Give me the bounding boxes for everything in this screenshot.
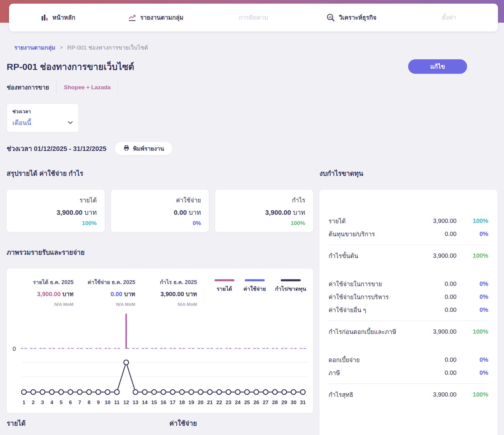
- legend-item[interactable]: ค่าใช้จ่าย: [244, 279, 266, 293]
- chart-stat-value: 0.00 บาท: [78, 289, 135, 299]
- nav-item-group-reports[interactable]: รายงานตามกลุ่ม: [107, 4, 205, 31]
- svg-text:21: 21: [207, 400, 213, 405]
- chevron-down-icon: [68, 120, 73, 126]
- svg-text:29: 29: [281, 400, 287, 405]
- nav-item-label: ตั้งค่า: [442, 13, 456, 22]
- time-range-dropdown-label: ช่วงเวลา: [12, 108, 73, 115]
- chart-stats: รายได้ ธ.ค. 20253,900.00 บาทN/A MoMค่าใช…: [16, 278, 201, 307]
- time-range-dropdown-value: เดือนนี้: [12, 118, 31, 128]
- nav-item-home[interactable]: หน้าหลัก: [9, 4, 107, 31]
- pnl-row: กำไรก่อนดอกเบี้ยและภาษี3,900.00100%: [329, 325, 488, 338]
- pnl-divider: [329, 384, 488, 384]
- pnl-row-percent: 0%: [457, 306, 488, 313]
- edit-button[interactable]: แก้ไข: [408, 59, 467, 74]
- svg-text:1: 1: [22, 400, 25, 405]
- svg-text:23: 23: [226, 400, 231, 405]
- magnifier-chart-icon: [326, 13, 335, 22]
- svg-text:9: 9: [97, 400, 100, 405]
- pnl-row-label: ภาษี: [329, 368, 411, 378]
- svg-text:7: 7: [78, 400, 81, 405]
- svg-text:10: 10: [105, 400, 110, 405]
- pnl-row-value: 0.00: [411, 280, 457, 287]
- pnl-row: ภาษี0.000%: [329, 366, 488, 379]
- pnl-row-percent: 100%: [457, 218, 488, 224]
- legend-item-label: ค่าใช้จ่าย: [244, 284, 266, 293]
- chart-stat-unit: บาท: [124, 291, 135, 297]
- pnl-row-value: 0.00: [411, 293, 457, 300]
- chart-stat-label: ค่าใช้จ่าย ธ.ค. 2025: [78, 278, 135, 286]
- print-report-button[interactable]: พิมพ์รายงาน: [114, 142, 173, 155]
- svg-text:0: 0: [12, 345, 16, 352]
- bottom-section-headings: รายได้ ค่าใช้จ่าย: [7, 418, 313, 429]
- chart-stat-mom: N/A MoM: [78, 302, 135, 307]
- vertical-divider: [56, 81, 57, 94]
- pnl-row-value: 0.00: [411, 356, 457, 363]
- revenue-section-heading: รายได้: [7, 418, 169, 429]
- summary-card-value: 3,900.00 บาท: [57, 207, 97, 218]
- revenue-expense-chart: 0123456789101112131415161718192021222324…: [10, 309, 309, 410]
- chart-stat-unit: บาท: [186, 291, 197, 297]
- svg-text:28: 28: [272, 400, 278, 405]
- summary-card-percent: 100%: [290, 220, 305, 227]
- summary-card-percent: 0%: [193, 220, 201, 227]
- pnl-row-label: ค่าใช้จ่ายในการบริหาร: [329, 292, 411, 302]
- nav-item-label: รายงานตามกลุ่ม: [140, 13, 183, 22]
- pnl-row: ค่าใช้จ่ายในการบริหาร0.000%: [329, 290, 488, 303]
- chart-stat-number: 3,900.00: [37, 291, 61, 297]
- pnl-row: กำไรสุทธิ3,900.00100%: [329, 388, 488, 401]
- pnl-row: ค่าใช้จ่ายในการขาย0.000%: [329, 277, 488, 290]
- pnl-row-percent: 0%: [457, 356, 488, 363]
- nav-item-label: หน้าหลัก: [52, 13, 75, 22]
- summary-heading: สรุปรายได้ ค่าใช้จ่าย กำไร: [7, 168, 313, 179]
- chart-stat-value: 3,900.00 บาท: [16, 289, 74, 299]
- breadcrumb-separator: >: [60, 44, 63, 51]
- pnl-row-percent: 100%: [457, 328, 488, 335]
- svg-text:13: 13: [133, 400, 138, 405]
- period-range-text: ช่วงเวลา 01/12/2025 - 31/12/2025: [7, 143, 106, 154]
- summary-card-value: 3,900.00 บาท: [265, 207, 305, 218]
- pnl-row-label: กำไรขั้นต้น: [329, 251, 411, 261]
- top-navigation: หน้าหลัก รายงานตามกลุ่ม การติดตาม วิเครา…: [9, 4, 498, 31]
- expense-section-heading: ค่าใช้จ่าย: [169, 418, 197, 429]
- pnl-row-percent: 100%: [457, 391, 488, 398]
- nav-item-business-analysis[interactable]: วิเคราะห์ธุรกิจ: [303, 4, 400, 31]
- pnl-row-value: 3,900.00: [411, 252, 457, 259]
- chart-stat-value: 3,900.00 บาท: [139, 289, 197, 299]
- summary-cards: รายได้3,900.00 บาท100%ค่าใช้จ่าย0.00 บาท…: [7, 190, 313, 232]
- pnl-divider: [329, 321, 488, 321]
- svg-text:2: 2: [32, 400, 34, 405]
- svg-text:4: 4: [50, 400, 53, 405]
- time-range-dropdown[interactable]: ช่วงเวลา เดือนนี้: [7, 103, 79, 132]
- legend-item[interactable]: รายได้: [214, 279, 234, 293]
- pnl-divider: [329, 245, 488, 245]
- nav-item-tracking: การติดตาม: [205, 4, 302, 31]
- svg-text:26: 26: [254, 400, 259, 405]
- svg-text:20: 20: [198, 400, 203, 405]
- legend-item[interactable]: กำไร/ขาดทุน: [275, 279, 306, 293]
- legend-line-swatch: [281, 279, 301, 281]
- svg-text:8: 8: [87, 400, 90, 405]
- svg-text:19: 19: [188, 400, 194, 405]
- pnl-row-percent: 100%: [457, 252, 488, 259]
- pnl-heading: งบกำไรขาดทุน: [319, 168, 497, 179]
- breadcrumb-parent-link[interactable]: รายงานตามกลุ่ม: [14, 43, 55, 52]
- chart-stat: กำไร ธ.ค. 20253,900.00 บาทN/A MoM: [139, 278, 197, 307]
- pnl-row-value: 3,900.00: [411, 391, 457, 398]
- pnl-statement-card: รายได้3,900.00100%ต้นทุนขาย/บริการ0.000%…: [319, 190, 497, 435]
- summary-card: รายได้3,900.00 บาท100%: [7, 190, 105, 232]
- svg-text:22: 22: [216, 400, 222, 405]
- svg-text:15: 15: [151, 400, 157, 405]
- pnl-row-percent: 0%: [457, 369, 488, 376]
- sales-channel-value: Shopee + Lazada: [64, 84, 111, 91]
- summary-card-label: ค่าใช้จ่าย: [176, 195, 201, 205]
- pnl-row-label: กำไรสุทธิ: [329, 390, 411, 400]
- svg-text:11: 11: [114, 400, 119, 405]
- svg-text:16: 16: [161, 400, 166, 405]
- pnl-row-percent: 0%: [457, 280, 488, 287]
- bar-chart-icon: [41, 14, 49, 22]
- svg-text:31: 31: [300, 400, 306, 405]
- svg-text:27: 27: [263, 400, 269, 405]
- legend-line-swatch: [214, 279, 234, 281]
- pnl-row-value: 3,900.00: [411, 218, 457, 224]
- svg-text:18: 18: [179, 400, 185, 405]
